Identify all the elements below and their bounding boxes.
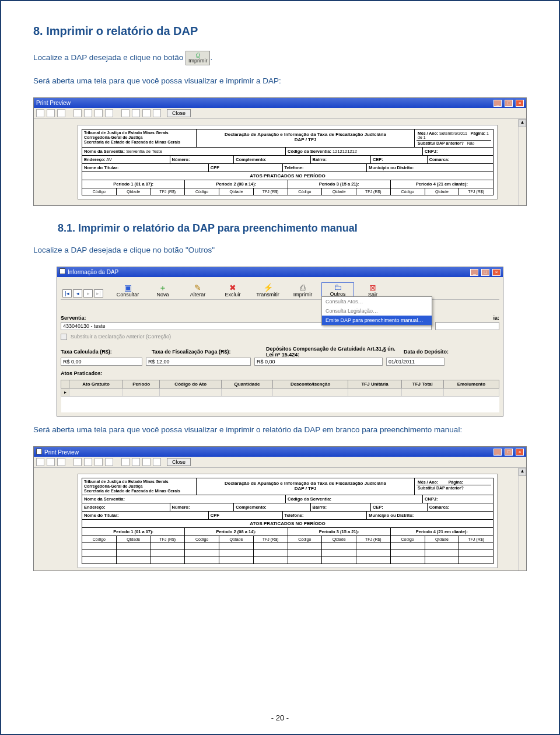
table-row[interactable]: ▸ [61,388,499,396]
print-icon[interactable] [121,109,130,117]
nav-next-icon[interactable] [94,458,103,466]
titlebar: Informação da DAP _ □ × [57,267,503,277]
org-block: Tribunal de Justiça do Estado Minas Gera… [82,130,196,147]
maximize-icon[interactable]: □ [481,269,489,276]
imprimir-label: Imprimir [188,58,208,64]
atos-section-label: ATOS PRATICADOS NO PERÍODO [82,520,494,528]
exit-icon: ⊠ [369,284,376,292]
app-icon [60,268,65,274]
substituir-checkbox[interactable] [61,334,67,340]
transmitir-button[interactable]: ⚡Transmitir [251,284,284,298]
scrollbar[interactable]: ▲ [518,468,526,570]
menu-consulta-atos[interactable]: Consulta Atos… [322,297,432,306]
taxa-calc-input[interactable] [61,358,142,366]
close-icon[interactable]: × [516,449,524,456]
save-icon[interactable] [153,458,161,466]
competencia-label: ia: [493,315,499,321]
print-setup-icon[interactable] [132,458,140,466]
scroll-up-icon[interactable]: ▲ [519,468,526,476]
sair-button[interactable]: ⊠Sair [356,284,389,298]
printer-icon: ⎙ [300,284,305,292]
substituir-label: Substituir a Declaração Anterior (Correç… [71,334,171,340]
nav-first-icon[interactable] [74,458,82,466]
maximize-icon[interactable]: □ [505,100,513,107]
atos-praticados-label: Atos Praticados: [61,370,103,376]
tb-icon[interactable] [57,458,65,466]
table-row[interactable] [61,396,499,412]
th-periodo: Período [123,380,160,388]
titlebar: Print Preview _ □ × [34,447,526,457]
th-tfj-tot: TFJ Total [401,380,443,388]
nav-next-icon[interactable]: ▸ [83,289,93,298]
depositos-label: Depósitos Compensação de Gratuidade Art.… [266,346,396,358]
data-deposito-input[interactable] [386,358,444,366]
th-ato: Ato Gratuito [69,380,123,388]
imprimir-button[interactable]: ⎙Imprimir [286,284,319,298]
close-icon[interactable]: × [516,100,524,107]
tb-icon[interactable] [47,458,55,466]
nav-prev-icon[interactable] [84,109,92,117]
preview-toolbar: Close [34,457,526,468]
th-cod: Código do Ato [160,380,222,388]
outros-dropdown: Consulta Atos… Consulta Legislação… Emit… [321,296,432,326]
window-title: Print Preview [44,449,79,456]
close-button[interactable]: Close [167,458,191,466]
dap-form-screenshot: Informação da DAP _ □ × |◂ ◂ ▸ ▸| ▣Consu… [57,267,503,417]
scroll-up-icon[interactable]: ▲ [519,119,526,127]
nav-first-icon[interactable] [74,109,82,117]
menu-consulta-legislacao[interactable]: Consulta Legislação… [322,306,432,316]
section-81-title: 8.1. Imprimir o relatório da DAP para pr… [58,222,527,235]
scrollbar[interactable]: ▲ [518,119,526,205]
depositos-input[interactable] [254,358,383,366]
print-icon[interactable] [121,458,130,466]
nav-last-icon[interactable]: ▸| [94,289,103,298]
nav-first-icon[interactable]: |◂ [62,289,72,298]
save-icon[interactable] [153,109,161,117]
section-81-line2: Será aberta uma tela para que você possa… [33,425,527,436]
nav-next-icon[interactable] [94,109,103,117]
export-icon[interactable] [142,458,150,466]
nav-last-icon[interactable] [105,109,113,117]
titlebar: Print Preview _ □ × [34,98,526,108]
taxa-calc-label: Taxa Calculada (R$): [61,349,112,355]
section-8-title: 8. Imprimir o relatório da DAP [33,24,527,38]
declaration-title: Declaração de Apuração e Informação da T… [196,478,414,495]
tb-icon[interactable] [47,109,55,117]
nav-prev-icon[interactable] [84,458,92,466]
minimize-icon[interactable]: _ [494,449,502,456]
preview-toolbar: Close [34,108,526,119]
outros-button[interactable]: 🗀Outros [321,282,354,298]
nova-button[interactable]: ＋Nova [146,284,179,298]
print-preview-filled-screenshot: Print Preview _ □ × Close [33,97,527,206]
page-number: - 20 - [1,713,559,722]
export-icon[interactable] [142,109,150,117]
minimize-icon[interactable]: _ [494,100,502,107]
competencia-input[interactable] [435,322,499,330]
tb-icon[interactable] [36,109,44,117]
taxa-fisc-input[interactable] [146,358,251,366]
nav-last-icon[interactable] [105,458,113,466]
close-button[interactable]: Close [167,109,191,117]
meta-block: Mês / Ano: Página: Substitui DAP anterio… [414,478,493,495]
consultar-button[interactable]: ▣Consultar [111,284,144,298]
print-setup-icon[interactable] [132,109,140,117]
window-buttons: _ □ × [492,448,524,456]
section-8-line2: Será aberta uma tela para que você possa… [33,76,527,87]
window-buttons: _ □ × [469,268,501,276]
maximize-icon[interactable]: □ [505,449,513,456]
taxa-fisc-label: Taxa de Fiscalização Paga (R$): [152,349,230,355]
close-icon[interactable]: × [492,269,501,276]
nav-prev-icon[interactable]: ◂ [73,289,82,298]
th-qtd: Quantidade [222,380,273,388]
tb-icon[interactable] [57,109,65,117]
line1b: . [210,53,212,62]
menu-emite-dap-manual[interactable]: Emite DAP para preenchimento manual… [322,316,432,325]
window-title: Informação da DAP [68,269,118,275]
alterar-button[interactable]: ✎Alterar [181,284,214,298]
preview-body: Tribunal de Justiça do Estado Minas Gera… [34,468,518,570]
report-page: Tribunal de Justiça do Estado Minas Gera… [78,125,498,200]
minimize-icon[interactable]: _ [470,269,478,276]
tb-icon[interactable] [36,458,44,466]
section-81-line1: Localize a DAP desejada e clique no botã… [33,245,527,256]
excluir-button[interactable]: ✖Excluir [216,284,249,298]
